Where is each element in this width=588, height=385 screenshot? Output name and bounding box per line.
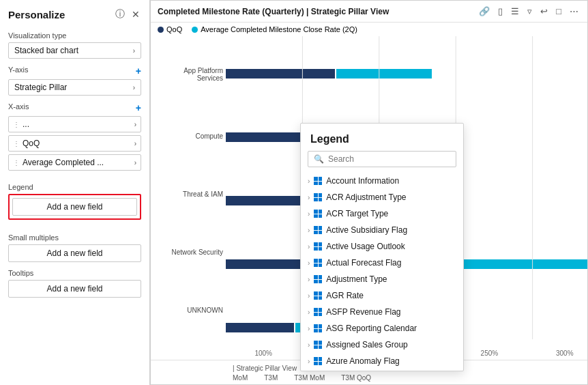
small-multiples-add-btn[interactable]: Add a new field <box>8 244 141 262</box>
bar-dark-2 <box>226 132 308 142</box>
table-icon <box>314 275 322 283</box>
table-icon <box>314 177 322 185</box>
list-item-label: Active Subsidiary Flag <box>326 225 407 235</box>
list-item-agr-rate[interactable]: › AGR Rate <box>301 287 463 304</box>
table-icon <box>314 291 322 300</box>
tab-t3m-mom[interactable]: T3M MoM <box>294 374 325 382</box>
list-item-active-subsidiary-flag[interactable]: › Active Subsidiary Flag <box>301 222 463 238</box>
viz-type-value: Stacked bar chart <box>14 46 78 55</box>
chart-title: Completed Milestone Rate (Quarterly) | S… <box>158 7 389 16</box>
x-axis-field-3-text: Average Completed ... <box>23 158 134 167</box>
legend-search-input[interactable] <box>328 154 450 164</box>
tooltips-section: Tooltips Add a new field <box>8 269 141 298</box>
bar-light-1 <box>336 69 432 79</box>
panel-icons: ⓘ ✕ <box>114 7 141 22</box>
list-item-assigned-sales-group[interactable]: › Assigned Sales Group <box>301 337 463 353</box>
list-item-azure-anomaly-flag[interactable]: › Azure Anomaly Flag <box>301 353 463 369</box>
list-item-active-usage-outlook[interactable]: › Active Usage Outlook <box>301 238 463 255</box>
tab-t3m-qoq[interactable]: T3M QoQ <box>341 374 371 382</box>
list-item-label: ACR Adjustment Type <box>326 192 406 202</box>
avg-dot <box>192 27 198 33</box>
expand-arrow-icon: › <box>308 325 310 332</box>
tab-t3m[interactable]: T3M <box>264 374 278 382</box>
legend-dropdown-title: Legend <box>301 124 463 151</box>
y-label-1: App Platform Services <box>156 67 223 82</box>
y-axis-dropdown[interactable]: Strategic Pillar › <box>8 79 141 96</box>
list-item-label: Active Usage Outlook <box>326 242 405 251</box>
x-label-1: 100% <box>254 350 272 357</box>
expand-icon[interactable]: □ <box>554 5 563 18</box>
y-axis-add-btn[interactable]: + <box>136 66 141 76</box>
small-multiples-section: Small multiples Add a new field <box>8 233 141 262</box>
expand-arrow-icon: › <box>308 243 310 251</box>
table-icon <box>314 308 322 316</box>
list-item-acr-target-type[interactable]: › ACR Target Type <box>301 205 463 222</box>
list-item-label: Azure Anomaly Flag <box>326 356 399 366</box>
panel-title: Personalize <box>8 9 65 20</box>
list-item-label: Assigned Sales Group <box>326 340 407 350</box>
bar-dark-5 <box>226 323 294 332</box>
viz-type-chevron-icon: › <box>133 47 135 55</box>
list-item-actual-forecast-flag[interactable]: › Actual Forecast Flag <box>301 255 463 271</box>
y-axis-header: Y-axis + <box>8 66 141 76</box>
legend-list: › Account Information › ACR Adjustment T… <box>301 173 463 371</box>
list-item-label: ASFP Revenue Flag <box>326 307 400 317</box>
small-multiples-label: Small multiples <box>8 233 141 242</box>
legend-search-box[interactable]: 🔍 <box>308 151 456 167</box>
x-axis-field-2-chevron-icon: › <box>134 140 136 147</box>
x-axis-section: X-axis + ⋮ ... › ⋮ QoQ › ⋮ Average Compl… <box>8 102 141 173</box>
table-icon <box>314 324 322 332</box>
list-item-acr-adjustment-type[interactable]: › ACR Adjustment Type <box>301 189 463 205</box>
tooltips-add-btn[interactable]: Add a new field <box>8 280 141 298</box>
more-icon[interactable]: ⋯ <box>568 5 580 18</box>
list-item-label: Adjustment Type <box>326 274 387 284</box>
table-icon <box>314 341 322 349</box>
expand-arrow-icon: › <box>308 259 310 267</box>
legend-section: Legend Add a new field <box>8 183 141 227</box>
list-item-label: ACR Target Type <box>326 209 388 218</box>
dots-icon: ⋮ <box>13 140 20 147</box>
viz-type-dropdown[interactable]: Stacked bar chart › <box>8 42 141 59</box>
table-icon <box>314 210 322 218</box>
y-axis-label: Y-axis <box>8 66 29 74</box>
x-axis-field-3[interactable]: ⋮ Average Completed ... › <box>8 154 141 171</box>
expand-arrow-icon: › <box>308 358 310 365</box>
expand-arrow-icon: › <box>308 210 310 218</box>
undo-icon[interactable]: ↩ <box>538 5 550 18</box>
tab-mom[interactable]: MoM <box>233 374 248 382</box>
list-item-asg-reporting-calendar[interactable]: › ASG Reporting Calendar <box>301 320 463 337</box>
legend-item-qoq: QoQ <box>158 25 182 33</box>
viz-type-section: Visualization type Stacked bar chart › <box>8 31 141 59</box>
share-icon[interactable]: 🔗 <box>477 5 492 18</box>
filter-icon[interactable]: ▿ <box>525 5 534 18</box>
list-item-label: Account Information <box>326 176 399 186</box>
legend-add-field-btn[interactable]: Add a new field <box>12 198 137 216</box>
list-item-label: Actual Forecast Flag <box>326 258 401 268</box>
help-icon[interactable]: ⓘ <box>114 7 126 22</box>
legend-label-text: Legend <box>8 183 141 191</box>
copy-icon[interactable]: ▯ <box>496 5 505 18</box>
viz-type-label: Visualization type <box>8 31 141 40</box>
bottom-chart-tabs: MoM T3M T3M MoM T3M QoQ <box>233 374 580 382</box>
expand-arrow-icon: › <box>308 309 310 316</box>
list-item-adjustment-type[interactable]: › Adjustment Type <box>301 271 463 287</box>
x-axis-field-3-chevron-icon: › <box>134 159 136 167</box>
chart-toolbar: 🔗 ▯ ☰ ▿ ↩ □ ⋯ <box>477 5 580 18</box>
panel-header: Personalize ⓘ ✕ <box>8 7 141 22</box>
table-icon <box>314 259 322 267</box>
expand-arrow-icon: › <box>308 292 310 300</box>
expand-arrow-icon: › <box>308 341 310 349</box>
x-axis-add-btn[interactable]: + <box>136 102 141 113</box>
y-label-2: Compute <box>156 132 223 140</box>
x-axis-field-2[interactable]: ⋮ QoQ › <box>8 135 141 152</box>
tooltips-label: Tooltips <box>8 269 141 277</box>
dots-icon: ⋮ <box>13 159 20 167</box>
y-label-5: UNKNOWN <box>156 306 223 314</box>
close-icon[interactable]: ✕ <box>130 8 141 21</box>
legend-dropdown: Legend 🔍 › Account Information › ACR Adj… <box>300 123 464 371</box>
list-item-account-information[interactable]: › Account Information <box>301 173 463 189</box>
list-item-label: AGR Rate <box>326 291 364 300</box>
x-axis-field-1[interactable]: ⋮ ... › <box>8 116 141 132</box>
list-item-asfp-revenue-flag[interactable]: › ASFP Revenue Flag <box>301 304 463 320</box>
list-icon[interactable]: ☰ <box>509 5 521 18</box>
